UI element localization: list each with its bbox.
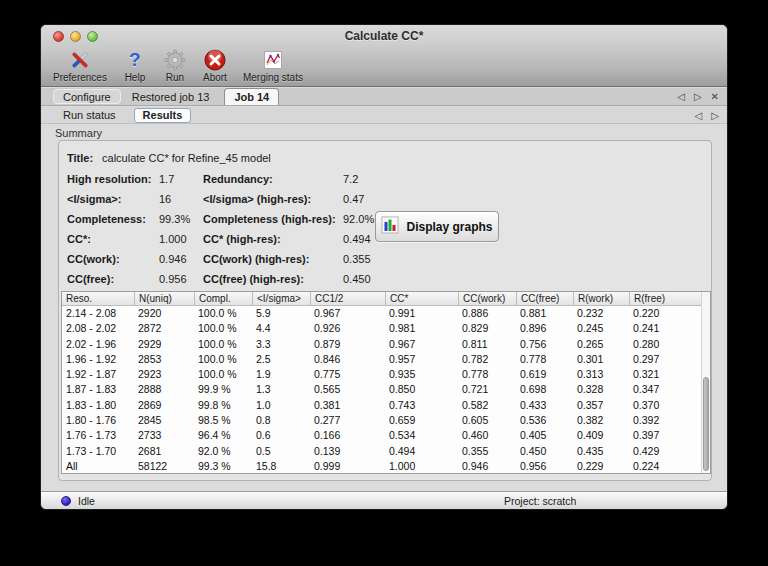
cell-ccstar: 0.935 — [385, 367, 458, 382]
stat-value: 0.956 — [159, 269, 203, 289]
cell-rfree: 0.347 — [629, 382, 701, 397]
table-row[interactable]: 1.92 - 1.87 2923 100.0 % 1.9 0.775 0.935… — [62, 367, 701, 382]
cell-rfree: 0.297 — [629, 352, 701, 367]
cell-compl: 100.0 % — [194, 367, 252, 382]
table-column-header[interactable]: CC1/2 — [310, 292, 385, 305]
table-column-header[interactable]: CC(work) — [458, 292, 516, 305]
tab-restored-job-13[interactable]: Restored job 13 — [123, 88, 219, 105]
results-table[interactable]: Reso.N(uniq)Compl.<I/sigma>CC1/2CC*CC(wo… — [61, 291, 711, 474]
table-row[interactable]: 1.80 - 1.76 2845 98.5 % 0.8 0.277 0.659 … — [62, 413, 701, 428]
preferences-button[interactable]: Preferences — [49, 47, 111, 87]
table-column-header[interactable]: <I/sigma> — [252, 292, 310, 305]
subtab-scroll-right-icon[interactable]: ▷ — [711, 110, 719, 121]
table-scrollbar[interactable] — [701, 292, 710, 473]
cell-compl: 96.4 % — [194, 428, 252, 443]
cell-nuniq: 2853 — [134, 352, 194, 367]
tab-scroll-right-icon[interactable]: ▷ — [694, 91, 702, 102]
table-column-header[interactable]: R(free) — [629, 292, 710, 305]
tab-scroll-left-icon[interactable]: ◁ — [677, 91, 685, 102]
window-chrome: Calculate CC* Preferences ? — [41, 25, 727, 87]
cell-ccstar: 0.494 — [385, 444, 458, 459]
cell-ccstar: 1.000 — [385, 459, 458, 474]
table-row[interactable]: 2.08 - 2.02 2872 100.0 % 4.4 0.926 0.981… — [62, 321, 701, 336]
cell-ccwork: 0.605 — [458, 413, 516, 428]
question-mark-icon: ? — [123, 48, 147, 72]
table-column-header[interactable]: Compl. — [194, 292, 252, 305]
cell-rwork: 0.328 — [573, 382, 629, 397]
stat-label-highres: Completeness (high-res): — [203, 209, 343, 229]
table-row[interactable]: 1.73 - 1.70 2681 92.0 % 0.5 0.139 0.494 … — [62, 444, 701, 459]
table-row[interactable]: 2.02 - 1.96 2929 100.0 % 3.3 0.879 0.967… — [62, 337, 701, 352]
cell-compl: 92.0 % — [194, 444, 252, 459]
subtab-scroll-left-icon[interactable]: ◁ — [695, 110, 703, 121]
table-row[interactable]: 1.96 - 1.92 2853 100.0 % 2.5 0.846 0.957… — [62, 352, 701, 367]
cell-ccfree: 0.450 — [516, 444, 573, 459]
display-graphs-button[interactable]: Display graphs — [375, 211, 499, 242]
cell-isigma: 0.8 — [252, 413, 310, 428]
stat-label-highres: CC(free) (high-res): — [203, 269, 343, 289]
cell-nuniq: 2929 — [134, 337, 194, 352]
cell-rfree: 0.392 — [629, 413, 701, 428]
table-column-header[interactable]: CC(free) — [516, 292, 573, 305]
table-scrollbar-thumb[interactable] — [703, 377, 709, 471]
cell-ccwork: 0.778 — [458, 367, 516, 382]
cell-ccfree: 0.778 — [516, 352, 573, 367]
tab-job-14[interactable]: Job 14 — [224, 88, 279, 105]
cell-cchalf: 0.166 — [310, 428, 385, 443]
stat-value: 16 — [159, 189, 203, 209]
cell-rwork: 0.232 — [573, 306, 629, 321]
merging-stats-button[interactable]: Merging stats — [239, 47, 307, 87]
result-subtab-bar: Run status Results ◁ ▷ — [41, 107, 727, 124]
stat-label-highres: CC* (high-res): — [203, 229, 343, 249]
cell-reso: 1.73 - 1.70 — [62, 444, 134, 459]
tab-configure[interactable]: Configure — [53, 89, 121, 104]
table-column-header[interactable]: Reso. — [62, 292, 134, 305]
summary-panel: Title: calculate CC* for Refine_45 model… — [58, 140, 712, 481]
stat-label: CC(free): — [67, 269, 159, 289]
cell-ccstar: 0.957 — [385, 352, 458, 367]
cell-compl: 100.0 % — [194, 321, 252, 336]
cell-isigma: 3.3 — [252, 337, 310, 352]
table-row[interactable]: 2.14 - 2.08 2920 100.0 % 5.9 0.967 0.991… — [62, 306, 701, 321]
cell-compl: 99.3 % — [194, 459, 252, 474]
cell-ccfree: 0.433 — [516, 398, 573, 413]
stat-value-highres: 7.2 — [343, 169, 703, 189]
cell-isigma: 1.3 — [252, 382, 310, 397]
cell-rwork: 0.265 — [573, 337, 629, 352]
table-row[interactable]: 1.76 - 1.73 2733 96.4 % 0.6 0.166 0.534 … — [62, 428, 701, 443]
tab-close-icon[interactable]: ✕ — [711, 91, 719, 102]
cell-nuniq: 2845 — [134, 413, 194, 428]
cell-reso: 1.87 - 1.83 — [62, 382, 134, 397]
abort-button[interactable]: Abort — [199, 47, 231, 87]
cell-ccstar: 0.850 — [385, 382, 458, 397]
cell-ccwork: 0.811 — [458, 337, 516, 352]
table-row[interactable]: 1.83 - 1.80 2869 99.8 % 1.0 0.381 0.743 … — [62, 398, 701, 413]
stat-value-highres: 0.355 — [343, 249, 703, 269]
table-row[interactable]: 1.87 - 1.83 2888 99.9 % 1.3 0.565 0.850 … — [62, 382, 701, 397]
subtab-run-status[interactable]: Run status — [55, 109, 124, 121]
stat-value: 0.946 — [159, 249, 203, 269]
tab-nav: ◁ ▷ ✕ — [677, 88, 719, 105]
subtab-results[interactable]: Results — [134, 108, 192, 123]
table-column-header[interactable]: R(work) — [573, 292, 629, 305]
cell-compl: 98.5 % — [194, 413, 252, 428]
stat-row: CC(work): 0.946 CC(work) (high-res): 0.3… — [67, 249, 703, 269]
cell-ccfree: 0.756 — [516, 337, 573, 352]
table-column-header[interactable]: N(uniq) — [134, 292, 194, 305]
table-column-header[interactable]: CC* — [385, 292, 458, 305]
cell-reso: All — [62, 459, 134, 474]
title-bar[interactable]: Calculate CC* — [41, 25, 727, 47]
table-row[interactable]: All 58122 99.3 % 15.8 0.999 1.000 0.946 … — [62, 459, 701, 474]
help-button[interactable]: ? Help — [119, 47, 151, 87]
cell-isigma: 5.9 — [252, 306, 310, 321]
display-graphs-label: Display graphs — [406, 220, 492, 234]
cell-ccwork: 0.460 — [458, 428, 516, 443]
cell-nuniq: 2869 — [134, 398, 194, 413]
stat-value: 99.3% — [159, 209, 203, 229]
job-title-row: Title: calculate CC* for Refine_45 model — [67, 148, 703, 169]
run-button[interactable]: Run — [159, 47, 191, 87]
cell-ccfree: 0.698 — [516, 382, 573, 397]
cell-rwork: 0.357 — [573, 398, 629, 413]
cell-rwork: 0.301 — [573, 352, 629, 367]
results-content: Summary Title: calculate CC* for Refine_… — [41, 124, 727, 493]
